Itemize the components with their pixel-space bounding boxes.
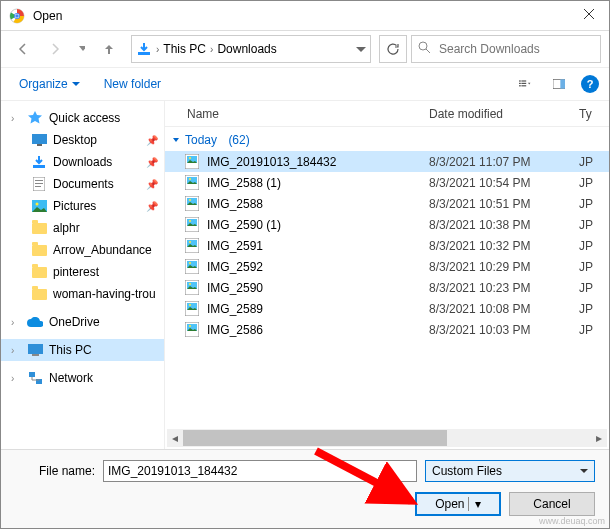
toolbar: Organize New folder ? [1, 67, 609, 101]
chevron-right-icon: › [156, 44, 159, 55]
help-button[interactable]: ? [581, 75, 599, 93]
svg-point-35 [189, 199, 191, 201]
window-title: Open [33, 9, 569, 23]
file-row[interactable]: IMG_25898/3/2021 10:08 PMJP [165, 298, 609, 319]
file-row[interactable]: IMG_2588 (1)8/3/2021 10:54 PMJP [165, 172, 609, 193]
tree-documents[interactable]: Documents📌 [1, 173, 164, 195]
tree-thispc[interactable]: ›This PC [1, 339, 164, 361]
tree-folder-alphr[interactable]: alphr [1, 217, 164, 239]
star-icon [27, 110, 43, 126]
file-type: JP [579, 218, 609, 232]
recent-button[interactable] [73, 35, 91, 63]
tree-network[interactable]: ›Network [1, 367, 164, 389]
close-button[interactable] [569, 0, 609, 28]
view-button[interactable] [513, 73, 537, 95]
tree-desktop[interactable]: Desktop📌 [1, 129, 164, 151]
svg-point-47 [189, 283, 191, 285]
file-row[interactable]: IMG_20191013_1844328/3/2021 11:07 PMJP [165, 151, 609, 172]
folder-icon [31, 242, 47, 258]
tree-folder-arrow[interactable]: Arrow_Abundance [1, 239, 164, 261]
downloads-icon [31, 154, 47, 170]
svg-point-5 [419, 42, 427, 50]
preview-pane-button[interactable] [547, 73, 571, 95]
file-row[interactable]: IMG_25908/3/2021 10:23 PMJP [165, 277, 609, 298]
folder-icon [31, 286, 47, 302]
image-file-icon [185, 238, 201, 254]
open-button[interactable]: Open ▾ [415, 492, 501, 516]
file-row[interactable]: IMG_2590 (1)8/3/2021 10:38 PMJP [165, 214, 609, 235]
tree-quick-access[interactable]: ›Quick access [1, 107, 164, 129]
nav-tree: ›Quick access Desktop📌 Downloads📌 Docume… [1, 101, 165, 449]
app-icon [9, 8, 25, 24]
tree-folder-pinterest[interactable]: pinterest [1, 261, 164, 283]
file-row[interactable]: IMG_25918/3/2021 10:32 PMJP [165, 235, 609, 256]
group-header[interactable]: Today (62) [165, 127, 609, 151]
address-dropdown-icon[interactable] [356, 42, 366, 56]
svg-rect-15 [37, 144, 42, 146]
col-name[interactable]: Name [165, 107, 429, 121]
filename-input[interactable] [103, 460, 417, 482]
file-type: JP [579, 260, 609, 274]
breadcrumb-downloads[interactable]: Downloads [217, 42, 276, 56]
file-name: IMG_2588 (1) [207, 176, 429, 190]
file-pane: Name Date modified Ty Today (62) IMG_201… [165, 101, 609, 449]
filetype-select[interactable]: Custom Files [425, 460, 595, 482]
file-name: IMG_20191013_184432 [207, 155, 429, 169]
tree-downloads[interactable]: Downloads📌 [1, 151, 164, 173]
pin-icon: 📌 [146, 201, 158, 212]
search-input[interactable] [437, 41, 594, 57]
image-file-icon [185, 322, 201, 338]
file-name: IMG_2592 [207, 260, 429, 274]
search-icon [418, 41, 431, 57]
tree-onedrive[interactable]: ›OneDrive [1, 311, 164, 333]
file-row[interactable]: IMG_25868/3/2021 10:03 PMJP [165, 319, 609, 340]
svg-rect-6 [519, 80, 521, 81]
search-box[interactable] [411, 35, 601, 63]
forward-button[interactable] [41, 35, 69, 63]
breadcrumb-thispc[interactable]: This PC [163, 42, 206, 56]
svg-rect-25 [29, 372, 35, 377]
nav-bar: › This PC › Downloads [1, 31, 609, 67]
pictures-icon [31, 198, 47, 214]
file-date: 8/3/2021 10:38 PM [429, 218, 579, 232]
file-date: 8/3/2021 10:29 PM [429, 260, 579, 274]
col-date[interactable]: Date modified [429, 107, 579, 121]
cancel-button[interactable]: Cancel [509, 492, 595, 516]
address-bar[interactable]: › This PC › Downloads [131, 35, 371, 63]
organize-button[interactable]: Organize [11, 73, 88, 95]
svg-point-32 [189, 178, 191, 180]
tree-pictures[interactable]: Pictures📌 [1, 195, 164, 217]
file-row[interactable]: IMG_25888/3/2021 10:51 PMJP [165, 193, 609, 214]
watermark: www.deuaq.com [539, 516, 605, 526]
pin-icon: 📌 [146, 135, 158, 146]
column-headers[interactable]: Name Date modified Ty [165, 101, 609, 127]
col-type[interactable]: Ty [579, 107, 609, 121]
svg-rect-23 [28, 344, 43, 354]
svg-point-22 [35, 203, 38, 206]
image-file-icon [185, 217, 201, 233]
file-name: IMG_2591 [207, 239, 429, 253]
refresh-button[interactable] [379, 35, 407, 63]
svg-rect-18 [35, 180, 43, 181]
desktop-icon [31, 132, 47, 148]
network-icon [27, 370, 43, 386]
back-button[interactable] [9, 35, 37, 63]
thispc-icon [27, 342, 43, 358]
tree-folder-woman[interactable]: woman-having-trou [1, 283, 164, 305]
new-folder-button[interactable]: New folder [96, 73, 169, 95]
file-name: IMG_2589 [207, 302, 429, 316]
up-button[interactable] [95, 35, 123, 63]
svg-rect-7 [521, 80, 526, 81]
file-name: IMG_2590 [207, 281, 429, 295]
file-type: JP [579, 302, 609, 316]
open-dialog: Open › This PC › Downloads Organize New … [0, 0, 610, 529]
onedrive-icon [27, 314, 43, 330]
svg-point-38 [189, 220, 191, 222]
horizontal-scrollbar[interactable]: ◂ ▸ [167, 429, 607, 447]
svg-rect-4 [138, 52, 150, 55]
svg-rect-11 [521, 85, 526, 86]
file-row[interactable]: IMG_25928/3/2021 10:29 PMJP [165, 256, 609, 277]
svg-point-41 [189, 241, 191, 243]
image-file-icon [185, 196, 201, 212]
file-date: 8/3/2021 10:32 PM [429, 239, 579, 253]
